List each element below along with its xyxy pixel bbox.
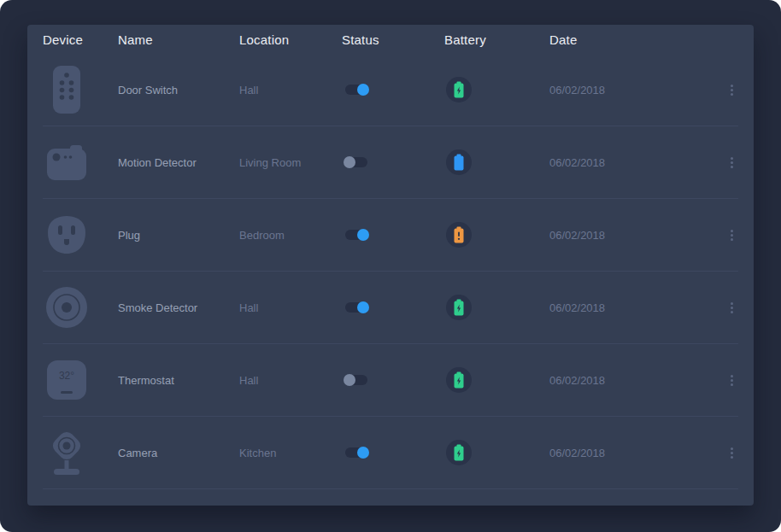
row-menu-button[interactable]: [725, 81, 738, 99]
battery-cell: [444, 149, 549, 175]
device-date: 06/02/2018: [549, 84, 713, 96]
battery-cell: [444, 222, 549, 248]
battery-indicator: [446, 440, 472, 465]
battery-cell: [444, 440, 549, 465]
device-name: Thermostat: [118, 374, 239, 387]
row-menu-button[interactable]: [725, 154, 738, 172]
device-icon-cell: 32°: [43, 286, 91, 329]
table-row: 32° Motion Detector Living Room: [43, 126, 738, 199]
device-name: Plug: [118, 229, 239, 242]
status-toggle[interactable]: [345, 302, 367, 313]
table-row: 32° Door Switch Hall: [43, 54, 738, 126]
row-menu-button[interactable]: [725, 371, 738, 389]
battery-indicator: [446, 77, 472, 102]
device-icon-cell: 32°: [43, 215, 91, 254]
device-date: 06/02/2018: [549, 447, 713, 459]
battery-indicator: [446, 295, 472, 320]
device-date: 06/02/2018: [549, 229, 713, 242]
table-row: 32° Smoke Detector Hall: [43, 272, 738, 344]
status-cell: [342, 302, 444, 313]
battery-icon: [452, 444, 466, 461]
row-menu-button[interactable]: [725, 444, 738, 462]
row-menu-button[interactable]: [725, 299, 738, 317]
column-header-battery: Battery: [444, 32, 549, 47]
battery-cell: [444, 295, 549, 320]
battery-icon: [452, 81, 466, 98]
device-location: Living Room: [239, 156, 342, 169]
thermostat-icon: 32°: [47, 360, 86, 400]
smart-home-devices-screen: Device Name Location Status Battery Date: [0, 0, 781, 532]
device-table-card: Device Name Location Status Battery Date: [27, 25, 754, 506]
status-toggle[interactable]: [345, 447, 367, 458]
battery-icon: [452, 299, 466, 316]
device-name: Door Switch: [118, 84, 239, 96]
status-toggle[interactable]: [345, 375, 367, 385]
device-location: Hall: [239, 374, 342, 387]
battery-icon: [452, 371, 466, 389]
device-name: Camera: [118, 447, 239, 459]
device-location: Bedroom: [239, 229, 342, 242]
battery-indicator: [446, 367, 472, 393]
column-header-location: Location: [239, 32, 342, 47]
plug-icon: [47, 215, 86, 254]
status-cell: [342, 375, 444, 385]
motion-detector-icon: [47, 145, 86, 180]
device-location: Hall: [239, 301, 342, 314]
device-icon-cell: 32°: [43, 360, 91, 400]
battery-icon: [452, 154, 466, 171]
device-table-body: 32° Door Switch Hall: [27, 54, 754, 489]
status-cell: [342, 230, 444, 240]
toggle-knob: [344, 374, 355, 386]
table-row: 32° Plug Bedroom: [43, 199, 738, 272]
device-location: Hall: [239, 84, 342, 96]
device-icon-cell: 32°: [43, 145, 91, 180]
battery-indicator: [446, 222, 472, 248]
battery-cell: [444, 77, 549, 102]
column-header-device: Device: [43, 32, 118, 47]
status-toggle[interactable]: [345, 230, 367, 240]
row-menu-button[interactable]: [725, 226, 738, 244]
toggle-knob: [344, 156, 355, 168]
status-cell: [342, 157, 444, 167]
status-toggle[interactable]: [345, 157, 367, 167]
toggle-knob: [357, 84, 369, 96]
device-date: 06/02/2018: [549, 156, 713, 169]
column-header-date: Date: [549, 32, 713, 47]
table-row: 32° Thermostat Hall: [43, 344, 738, 417]
smoke-detector-icon: [45, 286, 88, 329]
device-icon-cell: 32°: [43, 430, 91, 476]
device-name: Motion Detector: [118, 156, 239, 169]
status-cell: [342, 447, 444, 458]
svg-text:32°: 32°: [59, 370, 74, 382]
toggle-knob: [357, 447, 369, 459]
camera-icon: [47, 430, 86, 476]
door-switch-remote-icon: [52, 66, 81, 114]
battery-icon: [452, 226, 466, 243]
device-icon-cell: 32°: [43, 66, 91, 114]
column-header-status: Status: [342, 32, 444, 47]
status-toggle[interactable]: [345, 85, 367, 95]
battery-cell: [444, 367, 549, 393]
device-location: Kitchen: [239, 447, 342, 459]
device-date: 06/02/2018: [549, 374, 713, 387]
device-name: Smoke Detector: [118, 301, 239, 314]
toggle-knob: [357, 301, 369, 313]
column-header-name: Name: [118, 32, 239, 47]
device-date: 06/02/2018: [549, 301, 713, 314]
table-row: 32° Camera Kitchen: [43, 417, 738, 489]
table-header-row: Device Name Location Status Battery Date: [27, 25, 754, 54]
battery-indicator: [446, 149, 472, 175]
toggle-knob: [357, 229, 369, 241]
status-cell: [342, 85, 444, 95]
